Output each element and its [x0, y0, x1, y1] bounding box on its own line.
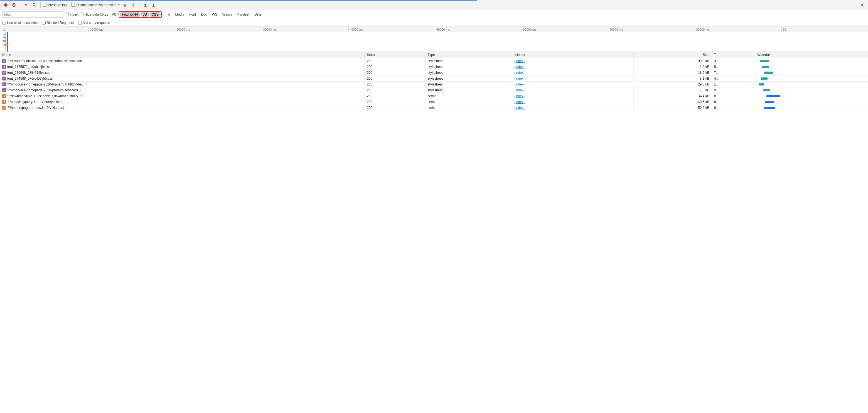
filter-toggle-button[interactable]	[23, 1, 30, 9]
ruler-label-1: 10000 ms	[89, 27, 175, 32]
file-type-icon: C	[2, 77, 6, 81]
cell-initiator[interactable]: (index)	[512, 82, 634, 87]
third-party-group[interactable]: 3rd-party requests	[78, 21, 110, 25]
type-btn-manifest[interactable]: Manifest	[234, 12, 251, 17]
clear-button[interactable]	[10, 1, 18, 9]
disable-cache-label: Disable cache	[76, 3, 97, 7]
col-header-name[interactable]: Name	[0, 52, 365, 58]
preserve-log-group[interactable]: Preserve log	[43, 3, 66, 7]
cell-initiator[interactable]: (index)	[512, 99, 634, 105]
col-header-time[interactable]: T..	[712, 52, 755, 58]
type-btn-js[interactable]: JS	[141, 12, 149, 17]
hide-data-urls-group[interactable]: Hide data URLs	[80, 12, 108, 17]
initiator-link[interactable]: (index)	[514, 71, 525, 75]
initiator-link[interactable]: (index)	[514, 100, 525, 104]
col-header-size[interactable]: Size	[633, 52, 712, 58]
import-button[interactable]	[142, 1, 149, 9]
col-header-type[interactable]: Type	[425, 52, 512, 58]
has-blocked-cookies-label: Has blocked cookies	[7, 21, 37, 25]
table-row[interactable]: J ??code/lib/jquery/1.11.3/jquery.min.js…	[0, 99, 868, 105]
type-btn-other[interactable]: Othe	[252, 12, 264, 17]
svg-rect-22	[4, 44, 8, 45]
disable-cache-checkbox[interactable]	[71, 3, 75, 7]
initiator-link[interactable]: (index)	[514, 106, 525, 110]
cell-size: 29.0 kB	[633, 82, 712, 87]
cell-name[interactable]: J ??homon/page-render/3.1.9/v1/index.js	[0, 105, 365, 111]
table-row[interactable]: C font_276948_28ii451l5wi.css 200 styles…	[0, 70, 868, 76]
throttling-select[interactable]: No throttling	[98, 3, 121, 7]
cell-initiator[interactable]: (index)	[512, 58, 634, 64]
close-button[interactable]	[859, 1, 866, 9]
cell-name[interactable]: J ??dawn/polyfill/2.0.0/js/index.js,dawn…	[0, 93, 365, 99]
disable-cache-group[interactable]: Disable cache	[71, 3, 97, 7]
ruler-label-0: 1	[2, 27, 89, 32]
cell-initiator[interactable]: (index)	[512, 76, 634, 82]
col-header-waterfall[interactable]: Waterfall	[755, 52, 868, 58]
cell-time: 8...	[712, 105, 755, 111]
table-row[interactable]: C ??aliyun/dbl-official-ui/2.0.1/css/ind…	[0, 58, 868, 64]
cell-name[interactable]: C ??hmod/ace-homepage-2020-product-servi…	[0, 87, 365, 93]
cell-name[interactable]: C ??hmod/ace-homepage-2020-topbar/0.0.68…	[0, 82, 365, 87]
initiator-link[interactable]: (index)	[514, 65, 525, 69]
type-btn-css[interactable]: CSS	[150, 12, 161, 17]
type-btn-fetch-xhr[interactable]: Fetch/XHR	[120, 12, 141, 17]
cell-name[interactable]: C font_1175572_qt0ubitzjhl.css	[0, 64, 365, 70]
col-header-initiator[interactable]: Initiator	[512, 52, 634, 58]
type-btn-all[interactable]: All	[110, 12, 118, 17]
initiator-link[interactable]: (index)	[514, 59, 525, 63]
table-row[interactable]: C ??hmod/ace-homepage-2020-topbar/0.0.68…	[0, 82, 868, 87]
settings-button[interactable]	[130, 1, 137, 9]
table-row[interactable]: C font_1175572_qt0ubitzjhl.css 200 style…	[0, 64, 868, 70]
blocked-requests-checkbox[interactable]	[42, 21, 45, 25]
third-party-checkbox[interactable]	[78, 21, 82, 25]
type-btn-ws[interactable]: WS	[210, 12, 220, 17]
type-btn-media[interactable]: Media	[173, 12, 186, 17]
export-button[interactable]	[150, 1, 157, 9]
table-row[interactable]: C ??hmod/ace-homepage-2020-product-servi…	[0, 87, 868, 93]
cell-initiator[interactable]: (index)	[512, 70, 634, 76]
network-conditions-button[interactable]	[121, 1, 129, 9]
invert-checkbox[interactable]	[65, 12, 69, 16]
cell-waterfall	[755, 64, 868, 70]
cell-name[interactable]: J ??code/lib/jquery/1.11.3/jquery.min.js	[0, 99, 365, 105]
hide-data-urls-checkbox[interactable]	[80, 12, 84, 16]
table-row[interactable]: J ??dawn/polyfill/2.0.0/js/index.js,dawn…	[0, 93, 868, 99]
initiator-link[interactable]: (index)	[514, 94, 525, 98]
cell-waterfall	[755, 93, 868, 99]
preserve-log-label: Preserve log	[48, 3, 66, 7]
type-btn-doc[interactable]: Doc	[199, 12, 209, 17]
type-btn-wasm[interactable]: Wasm	[220, 12, 234, 17]
has-blocked-cookies-checkbox[interactable]	[2, 21, 6, 25]
record-button[interactable]	[2, 1, 9, 9]
type-btn-img[interactable]: Img	[162, 12, 172, 17]
initiator-link[interactable]: (index)	[514, 83, 525, 86]
cell-name[interactable]: C ??aliyun/dbl-official-ui/2.0.1/css/ind…	[0, 58, 365, 64]
cell-status: 200	[365, 99, 425, 105]
initiator-link[interactable]: (index)	[514, 77, 525, 81]
search-button[interactable]	[31, 1, 38, 9]
filter-bar-2: Has blocked cookies Blocked Requests 3rd…	[0, 19, 868, 27]
toolbar-divider-4	[139, 2, 140, 8]
blocked-requests-group[interactable]: Blocked Requests	[42, 21, 74, 25]
preserve-log-checkbox[interactable]	[43, 3, 46, 7]
cell-time: 8...	[712, 93, 755, 99]
type-btn-font[interactable]: Font	[187, 12, 198, 17]
cell-name[interactable]: C font_276948_28ii451l5wi.css	[0, 70, 365, 76]
table-row[interactable]: J ??homon/page-render/3.1.9/v1/index.js …	[0, 105, 868, 111]
col-header-status[interactable]: Status	[365, 52, 425, 58]
filter-input[interactable]	[2, 11, 63, 18]
cell-initiator[interactable]: (index)	[512, 64, 634, 70]
svg-line-5	[35, 5, 36, 7]
cell-type: script	[425, 99, 512, 105]
has-blocked-cookies-group[interactable]: Has blocked cookies	[2, 21, 37, 25]
cell-type: stylesheet	[425, 82, 512, 87]
cell-status: 200	[365, 70, 425, 76]
cell-initiator[interactable]: (index)	[512, 93, 634, 99]
cell-initiator[interactable]: (index)	[512, 105, 634, 111]
invert-group[interactable]: Invert	[65, 12, 78, 17]
table-row[interactable]: C font_274588_076rc457ij55.css 200 style…	[0, 76, 868, 82]
cell-initiator[interactable]: (index)	[512, 87, 634, 93]
cell-name[interactable]: C font_274588_076rc457ij55.css	[0, 76, 365, 82]
timeline-ruler: 1 10000 ms 20000 ms 30000 ms 40000 ms 50…	[0, 27, 868, 32]
initiator-link[interactable]: (index)	[514, 88, 525, 92]
